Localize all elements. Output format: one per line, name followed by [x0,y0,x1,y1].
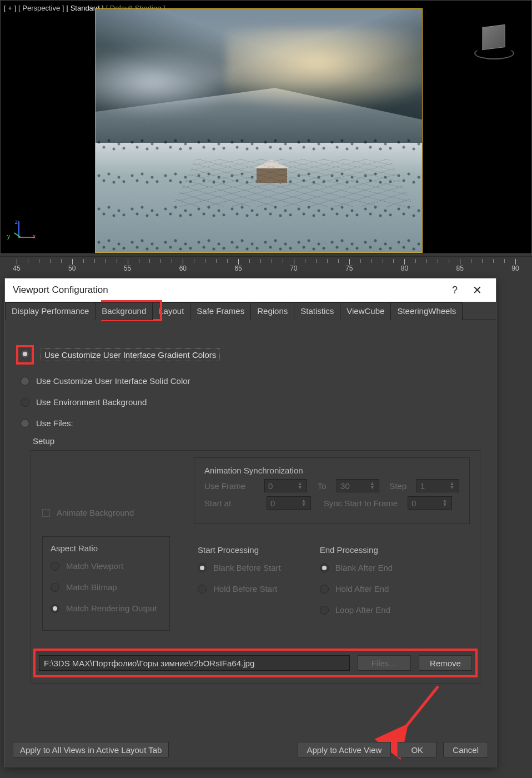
end-processing-group: End Processing Blank After End Hold Afte… [320,545,393,623]
radio-dot-icon [51,562,59,571]
startproc-hold[interactable]: Hold Before Start [198,581,281,597]
radio-dot-icon [51,583,59,592]
radio-environment-bg[interactable]: Use Environment Background [21,394,480,410]
animate-background-checkbox[interactable]: Animate Background [42,508,170,517]
ruler-label: 45 [13,265,20,272]
radio-dot-icon [21,350,29,358]
radio-gradient-colors[interactable]: Use Customize User Interface Gradient Co… [21,342,480,368]
aspect-title: Aspect Ratio [51,543,162,553]
close-button[interactable]: ✕ [466,283,488,297]
timeline-ruler[interactable]: 45505560657075808590 [0,256,532,272]
tab-viewcube[interactable]: ViewCube [340,302,391,320]
viewport-menu-plus[interactable]: [ + ] [4,4,16,12]
endproc-hold[interactable]: Hold After End [320,581,393,597]
apply-active-button[interactable]: Apply to Active View [298,742,392,757]
animate-bg-label: Animate Background [57,508,134,517]
animsync-title: Animation Synchronization [204,466,459,475]
viewport-menu-view[interactable]: [ Perspective ] [18,4,64,12]
animation-sync-group: Animation Synchronization Use Frame 0▲▼ … [194,457,470,524]
tab-regions[interactable]: Regions [250,302,294,320]
dialog-tabs: Display PerformanceBackgroundLayoutSafe … [5,302,496,320]
ruler-label: 65 [234,265,242,272]
start-processing-group: Start Processing Blank Before Start Hold… [198,545,281,623]
apply-all-button[interactable]: Apply to All Views in Active Layout Tab [13,742,169,757]
endproc-loop[interactable]: Loop After End [320,602,393,618]
radio-dot-icon [320,606,329,615]
radio-use-files[interactable]: Use Files: [21,415,480,431]
radio-env-label: Use Environment Background [36,397,147,407]
radio-dot-icon [51,604,59,613]
ground-grid [172,159,414,207]
tab-background[interactable]: Background [95,302,153,320]
ruler-label: 60 [179,265,187,272]
to-input[interactable]: 30▲▼ [337,479,379,492]
radio-gradient-label: Use Customize User Interface Gradient Co… [41,348,220,361]
tab-safe-frames[interactable]: Safe Frames [190,302,251,320]
radio-files-label: Use Files: [36,418,73,428]
ruler-label: 70 [290,265,297,272]
radio-solid-color[interactable]: Use Customize User Interface Solid Color [21,373,480,389]
step-label: Step [386,481,409,491]
ruler-label: 55 [124,265,131,272]
viewport[interactable]: [ + ] [ Perspective ] [ Standard ] [ Def… [0,0,532,254]
ruler-label: 85 [456,265,464,272]
setup-label: Setup [33,436,480,446]
annotation-highlight-path [33,649,478,677]
use-frame-input[interactable]: 0▲▼ [264,479,307,492]
dialog-titlebar[interactable]: Viewport Configuration ? ✕ [5,278,496,302]
sync-label: Sync Start to Frame [318,498,401,508]
radio-dot-icon [21,398,29,407]
axis-gizmo: z x y [8,221,35,248]
cancel-button[interactable]: Cancel [443,742,488,757]
axis-y-label: y [7,233,10,240]
radio-dot-icon [21,419,29,428]
tab-display-performance[interactable]: Display Performance [5,302,96,320]
tab-steeringwheels[interactable]: SteeringWheels [390,302,463,320]
axis-z-label: z [15,219,18,225]
aspect-match-bitmap[interactable]: Match Bitmap [51,579,162,595]
annotation-highlight-radio [16,345,34,365]
viewport-area: [ + ] [ Perspective ] [ Standard ] [ Def… [0,0,532,272]
start-at-input[interactable]: 0▲▼ [267,496,311,510]
setup-group: Animation Synchronization Use Frame 0▲▼ … [31,450,480,684]
to-label: To [314,481,330,491]
checkbox-icon [42,509,50,517]
axis-x-label: x [33,233,36,240]
help-button[interactable]: ? [444,285,466,296]
radio-dot-icon [198,563,207,572]
viewport-background-image [95,8,423,253]
dialog-title: Viewport Configuration [13,285,108,296]
start-at-label: Start at [204,498,260,508]
ruler-label: 75 [345,265,353,272]
radio-solid-label: Use Customize User Interface Solid Color [36,376,190,386]
startproc-blank[interactable]: Blank Before Start [198,560,281,576]
endproc-title: End Processing [320,545,393,555]
viewport-configuration-dialog: Viewport Configuration ? ✕ Display Perfo… [4,278,496,767]
startproc-title: Start Processing [198,545,281,555]
aspect-match-viewport[interactable]: Match Viewport [51,558,162,574]
step-input[interactable]: 1▲▼ [416,479,459,492]
aspect-ratio-group: Aspect Ratio Match Viewport Match Bitmap… [42,536,170,631]
use-frame-label: Use Frame [204,481,258,491]
ruler-label: 50 [68,265,76,272]
ruler-label: 90 [511,265,519,272]
ruler-label: 80 [401,265,408,272]
ok-button[interactable]: OK [398,742,436,757]
viewcube[interactable] [473,23,516,66]
endproc-blank[interactable]: Blank After End [320,560,393,576]
sync-input[interactable]: 0▲▼ [408,496,452,510]
radio-dot-icon [21,377,29,386]
radio-dot-icon [198,585,207,594]
radio-dot-icon [320,585,329,594]
tab-statistics[interactable]: Statistics [294,302,340,320]
radio-dot-icon [320,563,329,572]
aspect-match-render[interactable]: Match Rendering Output [51,600,162,616]
dialog-footer: Apply to All Views in Active Layout Tab … [5,735,496,767]
